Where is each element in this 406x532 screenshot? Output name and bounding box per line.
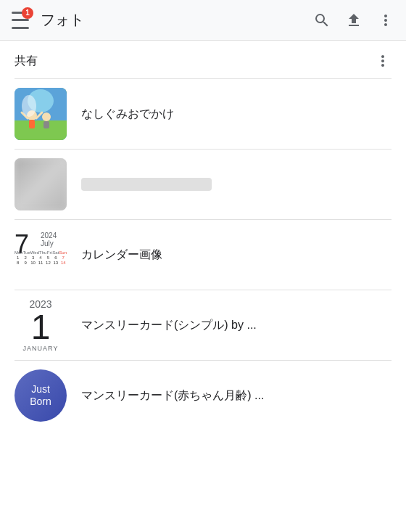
photo-image-2 [14, 158, 67, 210]
badge-thumbnail-5: Just Born [14, 369, 67, 422]
monthly-num: 1 [31, 310, 51, 345]
hamburger-menu[interactable]: 1 [12, 12, 29, 29]
monthly-thumbnail-4: 2023 1 JANUARY [14, 299, 67, 351]
list-item[interactable]: なしぐみおでかけ [0, 79, 406, 149]
photo-image-1 [14, 88, 67, 140]
upload-button[interactable] [345, 12, 362, 29]
svg-point-5 [42, 112, 51, 121]
calendar-month-name: July [41, 240, 57, 247]
section-more-button[interactable] [374, 52, 392, 70]
section-title: 共有 [14, 54, 38, 69]
svg-rect-6 [44, 121, 49, 128]
svg-rect-4 [29, 120, 35, 128]
header-icons [313, 12, 394, 29]
app-title: フォト [41, 10, 84, 30]
album-thumbnail-2 [14, 158, 67, 210]
album-label-2 [81, 178, 212, 191]
more-options-button[interactable] [377, 12, 394, 29]
album-label-4: マンスリーカード(シンプル) by ... [81, 318, 257, 333]
svg-rect-1 [14, 120, 67, 140]
album-thumbnail-1 [14, 88, 67, 140]
calendar-year-label: 2024 July [41, 232, 57, 247]
list-item[interactable]: 7 2024 July Mon Tue Wed Thu Fri Sat Sun … [0, 220, 406, 290]
album-label-1: なしぐみおでかけ [81, 107, 174, 122]
search-button[interactable] [313, 12, 331, 29]
list-item[interactable] [0, 150, 406, 219]
svg-point-2 [28, 89, 54, 112]
calendar-days: 1 2 3 4 5 6 7 8 9 10 11 12 13 14 [14, 255, 67, 265]
calendar-year: 2024 [41, 232, 57, 240]
calendar-grid: Mon Tue Wed Thu Fri Sat Sun 1 2 3 4 5 6 … [14, 250, 67, 265]
badge-text: Just Born [30, 383, 51, 408]
monthly-month-name: JANUARY [23, 345, 59, 352]
header-left: 1 フォト [12, 10, 313, 30]
header: 1 フォト [0, 0, 406, 41]
list-item[interactable]: 2023 1 JANUARY マンスリーカード(シンプル) by ... [0, 290, 406, 360]
list-item[interactable]: Just Born マンスリーカード(赤ちゃん月齢) ... [0, 361, 406, 430]
calendar-thumbnail-3: 7 2024 July Mon Tue Wed Thu Fri Sat Sun … [14, 229, 67, 281]
calendar-header: Mon Tue Wed Thu Fri Sat Sun [14, 250, 67, 255]
notification-badge: 1 [22, 7, 33, 19]
album-label-5: マンスリーカード(赤ちゃん月齢) ... [81, 388, 264, 404]
app-container: 1 フォト 共有 [0, 0, 406, 430]
section-header: 共有 [0, 41, 406, 78]
album-label-3: カレンダー画像 [81, 247, 162, 263]
